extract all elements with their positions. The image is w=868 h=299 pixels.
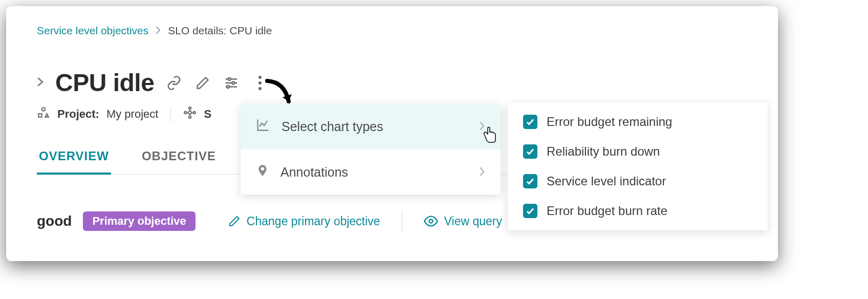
tab-objectives[interactable]: OBJECTIVE <box>140 149 218 174</box>
divider <box>402 210 402 232</box>
status-value: good <box>37 213 72 229</box>
service-label-truncated: S <box>204 108 211 121</box>
check-label: Service level indicator <box>547 174 666 188</box>
eye-icon <box>424 214 438 228</box>
menu-item-annotations[interactable]: Annotations <box>241 150 501 195</box>
checkbox-checked-icon <box>523 144 537 159</box>
edit-icon[interactable] <box>194 74 211 92</box>
service-icon <box>183 106 197 122</box>
menu-item-select-chart-types[interactable]: Select chart types <box>241 103 501 150</box>
check-error-budget-burn-rate[interactable]: Error budget burn rate <box>523 204 752 218</box>
app-frame: Service level objectives SLO details: CP… <box>6 6 778 261</box>
svg-point-9 <box>42 108 46 111</box>
svg-point-11 <box>188 111 192 115</box>
svg-point-6 <box>258 76 262 79</box>
project-icon <box>37 106 50 122</box>
sliders-icon[interactable] <box>223 74 240 92</box>
svg-point-13 <box>193 112 196 114</box>
svg-point-15 <box>189 116 191 118</box>
change-primary-objective-label: Change primary objective <box>247 215 380 228</box>
breadcrumb-root-link[interactable]: Service level objectives <box>37 25 148 37</box>
checkbox-checked-icon <box>523 204 537 218</box>
primary-objective-badge: Primary objective <box>83 211 195 231</box>
svg-point-3 <box>232 81 235 84</box>
checkbox-checked-icon <box>523 174 537 188</box>
menu-item-label: Annotations <box>280 165 348 180</box>
view-query-link[interactable]: View query <box>424 214 502 228</box>
divider <box>170 106 171 122</box>
svg-point-5 <box>227 86 230 88</box>
svg-point-14 <box>189 107 191 109</box>
svg-point-20 <box>429 220 432 223</box>
breadcrumb: Service level objectives SLO details: CP… <box>37 25 747 37</box>
breadcrumb-current: SLO details: CPU idle <box>168 25 272 37</box>
check-label: Error budget remaining <box>547 115 672 129</box>
svg-point-12 <box>185 112 187 114</box>
settings-menu: Select chart types Annotations <box>241 103 501 195</box>
checkbox-checked-icon <box>523 115 537 129</box>
change-primary-objective-link[interactable]: Change primary objective <box>228 215 380 228</box>
check-error-budget-remaining[interactable]: Error budget remaining <box>523 115 752 129</box>
check-label: Error budget burn rate <box>547 204 667 218</box>
kebab-menu-icon[interactable] <box>251 74 269 92</box>
project-value: My project <box>106 108 158 121</box>
check-reliability-burn-down[interactable]: Reliability burn down <box>523 144 752 159</box>
chevron-right-icon <box>479 119 485 134</box>
map-pin-icon <box>256 164 269 180</box>
page-title: CPU idle <box>55 69 154 97</box>
edit-icon <box>228 215 241 227</box>
chevron-right-icon <box>156 25 161 37</box>
chart-types-submenu: Error budget remaining Reliability burn … <box>508 102 768 230</box>
expand-caret-icon[interactable] <box>37 76 44 90</box>
project-label: Project: <box>57 108 99 121</box>
view-query-label: View query <box>444 215 502 228</box>
link-icon[interactable] <box>165 74 183 92</box>
svg-point-7 <box>258 81 262 84</box>
svg-point-8 <box>258 87 262 90</box>
menu-item-label: Select chart types <box>281 119 383 134</box>
title-row: CPU idle <box>37 69 747 97</box>
chevron-right-icon <box>479 165 485 180</box>
svg-point-1 <box>228 78 231 80</box>
svg-rect-10 <box>38 114 42 117</box>
check-service-level-indicator[interactable]: Service level indicator <box>523 174 752 188</box>
chart-line-icon <box>256 118 270 135</box>
check-label: Reliability burn down <box>547 144 660 159</box>
tab-overview[interactable]: OVERVIEW <box>37 149 111 175</box>
